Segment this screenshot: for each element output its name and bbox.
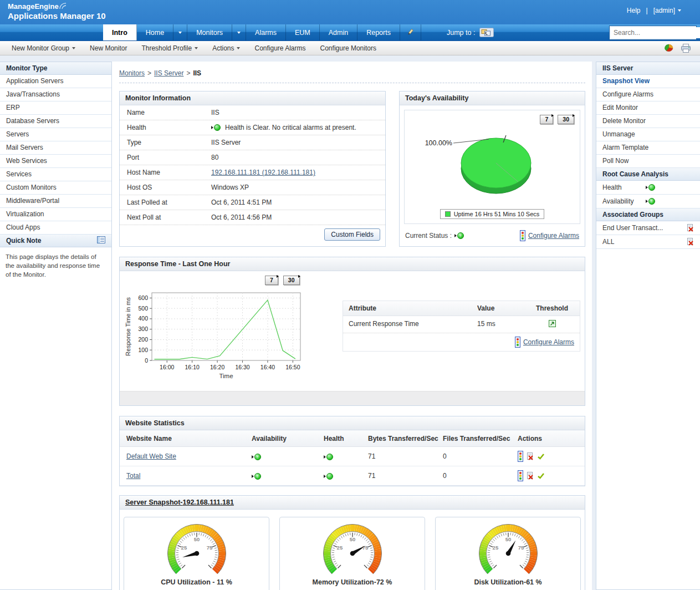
toolbar-actions[interactable]: Actions xyxy=(205,44,247,52)
toolbar-configure-alarms[interactable]: Configure Alarms xyxy=(247,44,313,52)
remove-icon[interactable] xyxy=(687,224,694,232)
sidebar-item-application-servers[interactable]: Application Servers xyxy=(0,75,111,88)
rca-row-health[interactable]: Health xyxy=(596,181,700,195)
pie-chart-icon[interactable] xyxy=(663,44,674,52)
menu-item-configure-alarms[interactable]: Configure Alarms xyxy=(596,88,700,101)
configure-alarms-link[interactable]: Configure Alarms xyxy=(523,338,574,346)
rca-row-availability[interactable]: Availability↑ xyxy=(596,195,700,208)
left-sidebar: Monitor Type Application ServersJava/Tra… xyxy=(0,62,112,590)
monitor-type-header: Monitor Type xyxy=(0,62,111,75)
current-status: Current Status : ↑ xyxy=(405,232,464,240)
website-link[interactable]: Total xyxy=(126,472,140,480)
gauge-dial: 255075 xyxy=(475,519,541,578)
menu-item-unmanage[interactable]: Unmanage xyxy=(596,128,700,141)
info-value: IIS xyxy=(211,109,219,116)
breadcrumb-current: IIS xyxy=(193,69,201,77)
remove-icon[interactable] xyxy=(687,238,694,246)
sidebar-item-middleware-portal[interactable]: Middleware/Portal xyxy=(0,195,111,208)
tab-home-dropdown[interactable] xyxy=(173,24,187,40)
admin-menu[interactable]: [admin] xyxy=(653,7,681,14)
range-7-button[interactable]: 7 xyxy=(265,276,278,285)
sidebar-item-erp[interactable]: ERP xyxy=(0,101,111,115)
svg-text:50: 50 xyxy=(505,536,511,542)
sidebar-item-java-transactions[interactable]: Java/Transactions xyxy=(0,88,111,101)
pie-legend: Uptime 16 Hrs 51 Mins 10 Secs xyxy=(440,209,545,219)
files-value: 0 xyxy=(443,472,518,480)
check-icon[interactable] xyxy=(537,453,545,460)
tab-home[interactable]: Home xyxy=(137,24,173,40)
chevron-down-icon xyxy=(72,47,75,49)
info-value: IIS Server xyxy=(211,139,241,146)
menu-item-delete-monitor[interactable]: Delete Monitor xyxy=(596,115,700,128)
sidebar-item-servers[interactable]: Servers xyxy=(0,128,111,141)
chevron-down-icon xyxy=(237,47,240,49)
menu-item-poll-now[interactable]: Poll Now xyxy=(596,155,700,168)
group-row-all[interactable]: ALL xyxy=(596,235,700,249)
print-icon[interactable] xyxy=(681,44,691,53)
sidebar-item-custom-monitors[interactable]: Custom Monitors xyxy=(0,181,111,195)
svg-text:500: 500 xyxy=(138,305,148,312)
breadcrumb-monitors[interactable]: Monitors xyxy=(119,69,145,77)
table-row: Default Web Site ↑ 71 0 xyxy=(120,447,585,466)
svg-text:200: 200 xyxy=(138,336,148,343)
toolbar-configure-monitors[interactable]: Configure Monitors xyxy=(313,44,384,52)
check-icon[interactable] xyxy=(537,472,545,479)
quick-note-text: This page displays the details of the av… xyxy=(0,247,111,284)
svg-text:16:40: 16:40 xyxy=(260,364,275,370)
range-7-button[interactable]: 7 xyxy=(540,115,553,124)
host-name-link[interactable]: 192.168.111.181 (192.168.111.181) xyxy=(211,169,315,176)
attr-col-header: Attribute xyxy=(349,304,477,312)
range-30-button[interactable]: 30 xyxy=(283,276,300,285)
server-snapshot-link[interactable]: Server Snapshot-192.168.111.181 xyxy=(125,499,234,506)
sidebar-item-database-servers[interactable]: Database Servers xyxy=(0,115,111,128)
traffic-light-icon[interactable] xyxy=(520,230,525,241)
toolbar-new-monitor-group[interactable]: New Monitor Group xyxy=(4,44,83,52)
svg-text:50: 50 xyxy=(349,536,355,542)
traffic-light-icon[interactable] xyxy=(518,451,523,462)
tab-monitors-dropdown[interactable] xyxy=(232,24,246,40)
remove-icon[interactable] xyxy=(527,452,534,460)
page-content: Monitor Type Application ServersJava/Tra… xyxy=(0,56,700,590)
availability-title: Today's Availability xyxy=(400,91,585,105)
tab-eum[interactable]: EUM xyxy=(286,24,320,40)
menu-item-alarm-template[interactable]: Alarm Template xyxy=(596,141,700,155)
search-input[interactable] xyxy=(611,27,700,38)
jump-to-icon[interactable] xyxy=(479,28,494,37)
range-30-button[interactable]: 30 xyxy=(558,115,574,124)
menu-item-edit-monitor[interactable]: Edit Monitor xyxy=(596,101,700,115)
sidebar-item-services[interactable]: Services xyxy=(0,168,111,181)
web-col-header-website-name: Website Name xyxy=(120,435,252,442)
tab-monitors[interactable]: Monitors xyxy=(187,24,232,40)
info-row-health: HealthHealth is Clear. No critical alarm… xyxy=(120,120,385,135)
tab-reports[interactable]: Reports xyxy=(357,24,400,40)
toolbar-new-monitor[interactable]: New Monitor xyxy=(83,44,134,52)
jump-to-label: Jump to : xyxy=(447,29,475,37)
info-value: Windows XP xyxy=(211,184,249,191)
configure-alarms-link[interactable]: Configure Alarms xyxy=(528,232,579,240)
toolbar-threshold-profile[interactable]: Threshold Profile xyxy=(134,44,205,52)
product-name: Applications Manager 10 xyxy=(8,11,106,22)
sidebar-item-virtualization[interactable]: Virtualization xyxy=(0,208,111,221)
traffic-light-icon[interactable] xyxy=(515,337,520,348)
website-link[interactable]: Default Web Site xyxy=(126,452,176,460)
help-link[interactable]: Help xyxy=(627,7,641,14)
traffic-light-icon[interactable] xyxy=(518,470,523,481)
sidebar-item-mail-servers[interactable]: Mail Servers xyxy=(0,141,111,155)
menu-item-snapshot-view[interactable]: Snapshot View xyxy=(596,75,700,88)
threshold-icon[interactable] xyxy=(549,320,556,327)
quick-edit-icon[interactable] xyxy=(400,24,421,40)
sidebar-item-cloud-apps[interactable]: Cloud Apps xyxy=(0,221,111,235)
svg-text:600: 600 xyxy=(138,294,148,301)
tab-admin[interactable]: Admin xyxy=(320,24,357,40)
breadcrumb-iis-server[interactable]: IIS Server xyxy=(154,69,183,77)
tab-alarms[interactable]: Alarms xyxy=(246,24,286,40)
svg-text:25: 25 xyxy=(336,545,343,551)
tab-intro[interactable]: Intro xyxy=(103,24,137,40)
group-row-end-user-transact[interactable]: End User Transact... xyxy=(596,221,700,235)
monitor-information-title: Monitor Information xyxy=(120,91,385,105)
svg-text:400: 400 xyxy=(138,315,148,322)
sidebar-item-web-services[interactable]: Web Services xyxy=(0,155,111,168)
custom-fields-button[interactable]: Custom Fields xyxy=(324,228,380,241)
remove-icon[interactable] xyxy=(527,472,534,480)
health-text: Health is Clear. No critical alarms at p… xyxy=(225,124,356,131)
